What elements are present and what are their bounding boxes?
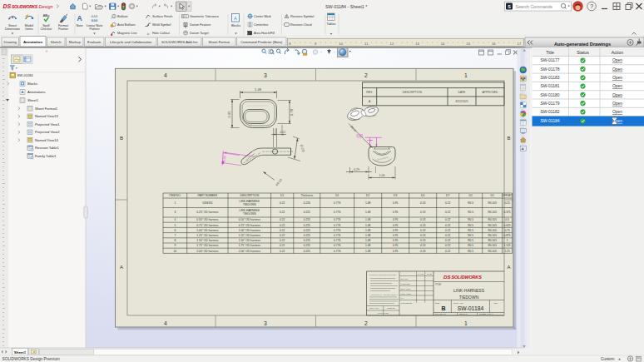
svg-text:Tables: Tables	[327, 22, 336, 26]
svg-text:0.776: 0.776	[334, 239, 340, 242]
svg-text:SOLIDWORKS Design Premium: SOLIDWORKS Design Premium	[2, 357, 60, 361]
svg-text:R0.5: R0.5	[468, 229, 473, 232]
svg-text:D2: D2	[366, 194, 369, 197]
svg-text:PROPRIETARY AND CONFIDENTIAL: PROPRIETARY AND CONFIDENTIAL	[371, 294, 398, 295]
svg-text:D1: D1	[491, 194, 494, 197]
svg-text:Magnetic Line: Magnetic Line	[117, 32, 137, 35]
svg-text:0.225: 0.225	[304, 234, 310, 237]
svg-text:0.75" OD harness: 0.75" OD harness	[239, 224, 260, 227]
svg-text:D7: D7	[446, 194, 449, 197]
svg-text:Sheet1: Sheet1	[27, 98, 39, 102]
svg-text:0.22: 0.22	[445, 224, 451, 227]
svg-text:Sheet1: Sheet1	[14, 350, 27, 355]
svg-text:R0.105: R0.105	[488, 201, 497, 205]
svg-text:16: 16	[492, 42, 496, 46]
svg-text:0.776: 0.776	[334, 244, 340, 247]
svg-text:0.22: 0.22	[445, 244, 451, 247]
svg-text:?: ?	[590, 2, 593, 10]
svg-text:SW-01181: SW-01181	[540, 83, 559, 88]
svg-text:MFG APPR.: MFG APPR.	[401, 293, 412, 295]
svg-text:3: 3	[264, 320, 267, 326]
svg-text:Evaluate: Evaluate	[87, 40, 102, 44]
svg-text:10: 10	[339, 42, 343, 46]
svg-text:SW-01184 - Sheet1 *: SW-01184 - Sheet1 *	[325, 4, 368, 9]
svg-text:Open: Open	[612, 101, 622, 106]
svg-text:6: 6	[174, 229, 176, 232]
svg-text:R0.5: R0.5	[468, 244, 473, 247]
svg-text:0.22: 0.22	[280, 211, 285, 214]
svg-text:1.48: 1.48	[365, 201, 371, 205]
svg-text:1.48: 1.48	[365, 234, 371, 237]
svg-text:1.48: 1.48	[365, 250, 371, 253]
svg-text:0.22: 0.22	[445, 211, 451, 214]
svg-text:12: 12	[390, 42, 394, 46]
svg-text:R0.105: R0.105	[488, 229, 497, 232]
svg-text:R0.105: R0.105	[488, 211, 497, 214]
svg-text:APPLICATION: APPLICATION	[377, 312, 389, 314]
svg-text:0.625: 0.625	[503, 224, 510, 227]
svg-text:0.75: 0.75	[504, 229, 510, 232]
svg-text:0.78: 0.78	[290, 108, 294, 116]
svg-text:NAME: NAME	[418, 273, 424, 275]
svg-text:D1: D1	[335, 194, 339, 197]
svg-text:Markup: Markup	[69, 40, 82, 44]
svg-text:0.22: 0.22	[280, 250, 285, 253]
svg-text:SOLIDWORKS: SOLIDWORKS	[12, 5, 38, 9]
svg-text:Pattern: Pattern	[89, 27, 99, 31]
svg-text:0.13: 0.13	[420, 201, 426, 205]
svg-text:1.125: 1.125	[503, 244, 510, 247]
svg-text:B: B	[442, 305, 446, 311]
svg-text:REV.: REV.	[366, 91, 373, 94]
svg-text:3: 3	[264, 72, 267, 78]
svg-text:0.225: 0.225	[304, 250, 310, 253]
svg-text:0.95: 0.95	[393, 201, 399, 205]
svg-text:0.22: 0.22	[280, 131, 286, 134]
svg-text:Center Mark: Center Mark	[254, 15, 271, 18]
svg-text:Blocks: Blocks	[231, 24, 240, 27]
svg-text:ABc: ABc	[42, 13, 50, 17]
svg-text:Revision Symbol: Revision Symbol	[290, 15, 314, 18]
svg-text:⌀: ⌀	[147, 32, 150, 36]
svg-text:0.25" OD harness: 0.25" OD harness	[196, 211, 218, 214]
svg-text:SW-01180: SW-01180	[540, 92, 559, 97]
svg-text:0.225: 0.225	[304, 218, 310, 221]
svg-text:Drawing: Drawing	[4, 40, 17, 44]
svg-text:TITLE:: TITLE:	[435, 283, 442, 286]
svg-text:TIEDOWN: TIEDOWN	[243, 212, 256, 216]
svg-text:1.75" OD harness: 1.75" OD harness	[239, 244, 260, 247]
svg-text:2: 2	[364, 72, 368, 78]
svg-text:R0.105: R0.105	[488, 234, 497, 237]
svg-text:Geometric Tolerance: Geometric Tolerance	[190, 15, 219, 18]
svg-text:Command Predictor (Beta): Command Predictor (Beta)	[240, 40, 282, 44]
svg-text:4: 4	[164, 320, 167, 326]
svg-text:0.13: 0.13	[420, 250, 426, 253]
svg-text:OFFSET: OFFSET	[502, 194, 513, 197]
svg-text:17: 17	[518, 42, 522, 46]
svg-text:DS: DS	[3, 3, 12, 9]
svg-text:0.25: 0.25	[504, 201, 510, 205]
svg-text:0.22: 0.22	[445, 229, 451, 232]
svg-text:Open: Open	[612, 75, 622, 80]
svg-text:SW-01178: SW-01178	[540, 67, 559, 72]
svg-text:1: 1	[464, 320, 468, 326]
svg-text:0.22: 0.22	[280, 218, 285, 221]
svg-text:Thickness: Thickness	[300, 194, 313, 197]
svg-text:8: 8	[174, 239, 176, 242]
svg-text:0.22: 0.22	[445, 201, 451, 205]
svg-text:Open: Open	[612, 57, 622, 62]
svg-text:Status: Status	[577, 50, 589, 55]
svg-text:TIEDOWN: TIEDOWN	[243, 203, 256, 206]
svg-text:SW-01179: SW-01179	[540, 101, 559, 106]
svg-text:1.48: 1.48	[365, 218, 371, 221]
svg-text:R0.5: R0.5	[468, 218, 473, 221]
svg-text:Sheet Format: Sheet Format	[209, 40, 230, 44]
svg-text:DESCRIPTION: DESCRIPTION	[403, 91, 423, 94]
svg-text:SW-01177: SW-01177	[540, 57, 559, 62]
svg-text:R0.105: R0.105	[488, 244, 497, 247]
svg-text:Items: Items	[25, 27, 32, 31]
svg-text:Annotation: Annotation	[23, 40, 42, 44]
svg-text:R0.105: R0.105	[488, 250, 497, 253]
svg-text:Action: Action	[612, 50, 624, 55]
svg-text:0.95: 0.95	[393, 211, 399, 214]
svg-text:1.48: 1.48	[365, 211, 371, 214]
